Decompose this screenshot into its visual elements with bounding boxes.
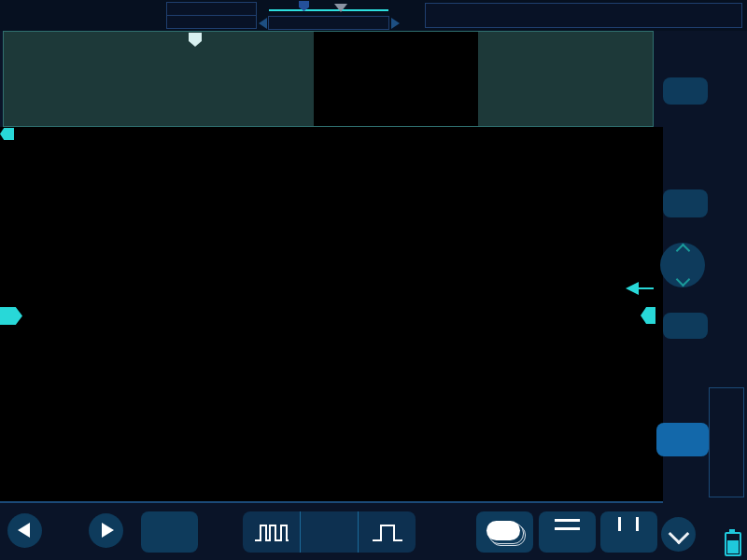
horizontal-cursor-button[interactable] (539, 511, 596, 553)
horizontal-line-icon (555, 527, 580, 530)
decode-value-tabs (0, 469, 663, 500)
vertical-line-icon (636, 517, 639, 531)
collapse-menu-button[interactable] (661, 517, 696, 552)
trigger-position-arrow-icon[interactable] (626, 282, 639, 295)
main-waveform (0, 127, 663, 501)
timebase-readout[interactable] (300, 511, 358, 553)
s1-button[interactable] (663, 313, 708, 339)
trigger-position-arrow-tail (639, 287, 654, 289)
fine-increase-button[interactable] (89, 513, 123, 548)
s2-uart-button[interactable] (656, 423, 709, 456)
channel-select-button[interactable] (476, 511, 533, 553)
memory-depth (167, 3, 256, 16)
preview-waveform (4, 32, 653, 126)
waveform-preview[interactable] (3, 31, 654, 127)
sample-rate (167, 16, 256, 28)
trigger-level-readout[interactable] (425, 3, 742, 28)
level-button[interactable] (660, 243, 705, 287)
time-offset-left-arrow-icon[interactable] (259, 18, 267, 29)
uart-settings-readout[interactable] (709, 387, 744, 497)
math-button[interactable] (663, 77, 708, 105)
vertical-cursor-button[interactable] (600, 511, 657, 553)
time-offset-readout[interactable] (268, 16, 389, 30)
chevron-up-icon (676, 244, 691, 259)
triangle-left-icon (18, 523, 30, 538)
timebase-control (243, 511, 416, 553)
window-position-icon[interactable] (334, 4, 347, 12)
triangle-right-icon (102, 523, 114, 538)
zoom-out-button[interactable] (243, 511, 300, 553)
chevron-down-icon (676, 273, 691, 287)
double-pulse-icon (253, 520, 290, 544)
ch1-pill (486, 521, 520, 540)
top-bar (0, 0, 747, 31)
zoom-in-button[interactable] (358, 511, 416, 553)
ref-button[interactable] (663, 189, 708, 217)
oscilloscope-screen (0, 0, 747, 560)
main-graticule[interactable] (0, 127, 663, 503)
time-offset-right-arrow-icon[interactable] (391, 18, 400, 29)
fine-decrease-button[interactable] (7, 513, 42, 548)
vertical-line-icon (618, 517, 621, 531)
sample-info-box[interactable] (166, 2, 257, 29)
horizontal-line-icon (555, 519, 580, 522)
quick-save-button[interactable] (141, 511, 198, 553)
single-pulse-icon (369, 520, 406, 544)
battery-icon (725, 532, 741, 556)
chevron-down-icon (669, 524, 690, 545)
timebase-strip (269, 9, 388, 11)
